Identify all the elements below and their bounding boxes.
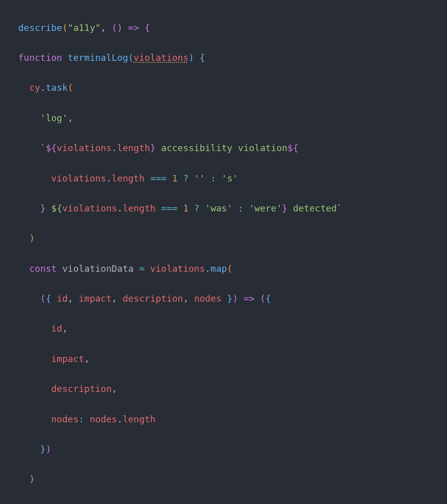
token: accessibility violation	[156, 142, 287, 153]
code-line: describe("a11y", () => {	[4, 20, 447, 35]
token: impact	[79, 293, 111, 304]
code-line: } ${violations.length === 1 ? 'was' : 'w…	[4, 201, 447, 216]
token: 'were'	[249, 203, 282, 213]
code-line: })	[4, 442, 447, 457]
token: ${	[287, 142, 299, 153]
token: detected`	[287, 203, 342, 213]
token: 'log'	[40, 113, 67, 123]
token: ===	[161, 203, 178, 213]
code-line: impact,	[4, 351, 447, 367]
code-line: function terminalLog(violations) {	[4, 50, 447, 65]
code-line: nodes: nodes.length	[4, 412, 447, 427]
token: violations	[134, 52, 189, 63]
token: cy	[29, 82, 41, 93]
token: violations	[57, 142, 111, 153]
code-line: description,	[4, 381, 447, 397]
token: nodes	[90, 414, 117, 424]
token: }	[40, 203, 46, 213]
token: length	[123, 414, 156, 424]
token: =>	[128, 22, 139, 33]
token: "a11y"	[68, 22, 101, 33]
code-line: cy.task(	[4, 80, 447, 95]
code-line: const violationData = violations.map(	[4, 261, 447, 276]
token: violationData	[62, 263, 134, 274]
token: 'was'	[205, 203, 233, 213]
token: =>	[243, 293, 254, 304]
token: function	[18, 52, 62, 63]
code-line: 'log',	[4, 111, 447, 126]
token: violations	[51, 173, 106, 184]
code-line: `${violations.length} accessibility viol…	[4, 140, 447, 156]
token: 1	[172, 173, 177, 184]
token: length	[117, 142, 150, 153]
token: violations	[150, 263, 205, 274]
token: description	[51, 383, 111, 394]
code-line: violations.length === 1 ? '' : 's'	[4, 171, 447, 186]
token: :	[238, 203, 244, 213]
token: describe	[18, 22, 62, 33]
token: 1	[183, 203, 189, 213]
token: length	[123, 203, 156, 213]
token: ===	[150, 173, 167, 184]
code-line: )	[4, 472, 447, 487]
token: =	[139, 263, 144, 274]
code-editor[interactable]: describe("a11y", () => { function termin…	[0, 0, 447, 504]
token: task	[46, 82, 67, 93]
code-line: id,	[4, 321, 447, 336]
code-line: )	[4, 231, 447, 246]
token: map	[210, 263, 227, 274]
token: 's'	[221, 173, 238, 184]
token: terminalLog	[68, 52, 128, 63]
token: length	[111, 173, 144, 184]
token: nodes	[51, 414, 79, 424]
token: ''	[194, 173, 205, 184]
token: description	[123, 293, 183, 304]
token: impact	[51, 353, 84, 364]
token: violations	[62, 203, 117, 213]
code-line: ({ id, impact, description, nodes }) => …	[4, 291, 447, 306]
token: ${	[46, 203, 62, 213]
token: :	[210, 173, 216, 184]
token: const	[29, 263, 57, 274]
token: ?	[194, 203, 200, 213]
token: nodes	[194, 293, 221, 304]
token: id	[57, 293, 68, 304]
token: id	[51, 323, 62, 334]
token: ?	[183, 173, 189, 184]
code-line	[4, 502, 447, 504]
